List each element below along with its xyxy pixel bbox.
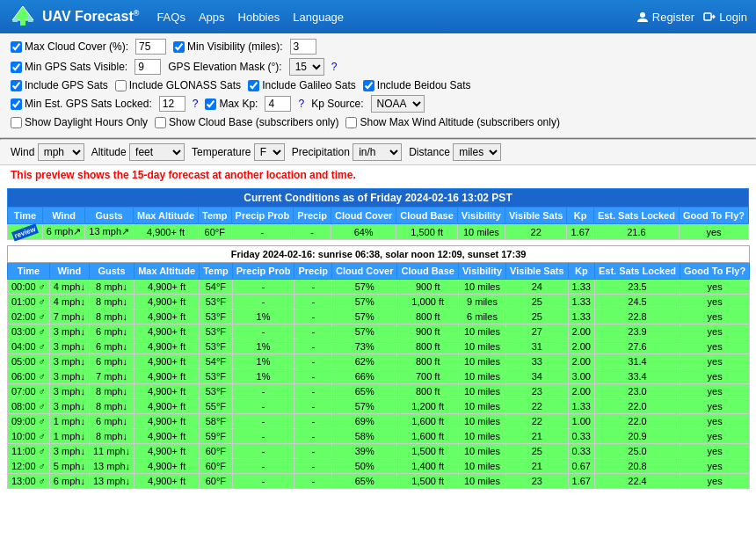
min-est-gps-help[interactable]: ?: [193, 98, 199, 110]
friday-cell-13: yes: [680, 459, 750, 474]
friday-cell-6: -: [294, 295, 332, 310]
include-beidou-label: Include Beidou Sats: [363, 79, 471, 91]
friday-cell-3: 4,900+ ft: [134, 354, 200, 369]
col-time: Time: [8, 208, 43, 224]
friday-cell-10: 31: [506, 339, 569, 354]
distance-unit-label: Distance mileskm: [409, 143, 501, 161]
nav-apps[interactable]: Apps: [199, 11, 225, 24]
friday-cell-4: 53°F: [200, 324, 233, 339]
friday-cell-9: 10 miles: [458, 339, 505, 354]
friday-cell-6: -: [294, 414, 332, 429]
friday-cell-1: 5 mph↓: [49, 459, 89, 474]
friday-cell-2: 6 mph↓: [89, 339, 134, 354]
min-gps-input[interactable]: [134, 59, 161, 75]
friday-cell-13: yes: [680, 414, 750, 429]
kp-source-select[interactable]: NOAA: [371, 95, 425, 113]
register-link[interactable]: Register: [636, 11, 694, 24]
friday-cell-10: 22: [506, 399, 569, 414]
friday-cell-5: 1%: [232, 369, 294, 384]
nav-hobbies[interactable]: Hobbies: [238, 11, 280, 24]
friday-cell-4: 53°F: [200, 369, 233, 384]
altitude-unit-select[interactable]: feetmeters: [129, 143, 185, 161]
nav-faqs[interactable]: FAQs: [156, 11, 185, 24]
temp-unit-select[interactable]: FC: [254, 143, 285, 161]
friday-cell-9: 6 miles: [458, 310, 505, 324]
friday-data-row: 02:00 ♂7 mph↓8 mph↓4,900+ ft53°F1%-57%80…: [8, 310, 750, 324]
friday-data-row: 05:00 ♂3 mph↓6 mph↓4,900+ ft54°F1%-62%80…: [8, 354, 750, 369]
include-gps-checkbox[interactable]: [11, 80, 22, 91]
friday-cell-3: 4,900+ ft: [134, 399, 200, 414]
friday-cell-7: 39%: [332, 444, 397, 459]
svg-rect-5: [704, 13, 711, 20]
friday-cell-2: 6 mph↓: [89, 414, 134, 429]
fri-col-cloud-base: Cloud Base: [397, 263, 459, 280]
friday-cell-5: -: [232, 384, 294, 399]
include-glonass-checkbox[interactable]: [115, 80, 127, 91]
friday-cell-6: -: [294, 459, 332, 474]
friday-cell-13: yes: [680, 429, 750, 444]
gps-elevation-help[interactable]: ?: [331, 61, 338, 73]
show-cloud-base-checkbox[interactable]: [155, 117, 166, 128]
friday-cell-6: -: [294, 444, 332, 459]
include-galileo-checkbox[interactable]: [248, 80, 259, 91]
friday-cell-0: 07:00 ♂: [8, 384, 50, 399]
max-kp-checkbox[interactable]: [205, 98, 216, 110]
current-visible-sats: 22: [505, 224, 567, 240]
friday-rows: 00:00 ♂4 mph↓8 mph↓4,900+ ft54°F--57%900…: [8, 280, 750, 489]
precip-unit-select[interactable]: in/hmm/h: [353, 143, 402, 161]
min-visibility-checkbox[interactable]: [173, 41, 185, 53]
login-link[interactable]: Login: [703, 11, 747, 24]
friday-cell-11: 1.67: [568, 474, 594, 489]
gps-elevation-select[interactable]: 15: [289, 58, 324, 76]
login-icon: [703, 11, 716, 23]
friday-data-row: 11:00 ♂3 mph↓11 mph↓4,900+ ft60°F--39%1,…: [8, 444, 750, 459]
preview-notice: This preview shows the 15-day forecast a…: [0, 165, 756, 185]
max-kp-input[interactable]: [265, 96, 291, 112]
current-conditions-col-headers: Time Wind Gusts Max Altitude Temp Precip…: [8, 208, 749, 224]
friday-cell-9: 10 miles: [458, 369, 505, 384]
current-conditions-data-row: review 6 mph↗ 13 mph↗ 4,900+ ft 60°F - -…: [8, 224, 749, 240]
max-cloud-cover-input[interactable]: [135, 39, 166, 55]
friday-cell-9: 10 miles: [458, 324, 505, 339]
friday-cell-7: 65%: [332, 384, 397, 399]
wind-unit-select[interactable]: mphkm/hm/skts: [38, 143, 84, 161]
friday-cell-11: 1.33: [568, 280, 594, 295]
friday-cell-5: -: [232, 414, 294, 429]
friday-cell-0: 13:00 ♂: [8, 474, 50, 489]
current-cloud-cover: 64%: [331, 224, 396, 240]
fri-col-visibility: Visibility: [458, 263, 505, 280]
include-beidou-checkbox[interactable]: [363, 80, 374, 91]
friday-cell-6: -: [294, 369, 332, 384]
min-est-gps-input[interactable]: [159, 96, 185, 112]
max-kp-help[interactable]: ?: [298, 98, 304, 110]
col-max-altitude: Max Altitude: [134, 208, 199, 224]
friday-cell-9: 10 miles: [458, 354, 505, 369]
distance-unit-select[interactable]: mileskm: [453, 143, 501, 161]
friday-data-row: 06:00 ♂3 mph↓7 mph↓4,900+ ft53°F1%-66%70…: [8, 369, 750, 384]
min-gps-checkbox[interactable]: [11, 62, 22, 73]
friday-cell-7: 57%: [332, 399, 397, 414]
min-est-gps-checkbox[interactable]: [11, 98, 22, 110]
show-max-wind-checkbox[interactable]: [345, 117, 357, 128]
friday-cell-3: 4,900+ ft: [134, 474, 200, 489]
col-temp: Temp: [199, 208, 232, 224]
friday-data-row: 12:00 ♂5 mph↓13 mph↓4,900+ ft60°F--50%1,…: [8, 459, 750, 474]
friday-cell-0: 08:00 ♂: [8, 399, 50, 414]
col-cloud-base: Cloud Base: [396, 208, 458, 224]
min-visibility-input[interactable]: [290, 39, 316, 55]
col-good-to-fly: Good To Fly?: [679, 208, 748, 224]
friday-cell-7: 50%: [332, 459, 397, 474]
friday-cell-1: 4 mph↓: [49, 280, 89, 295]
max-cloud-cover-checkbox[interactable]: [11, 41, 22, 53]
friday-cell-5: 1%: [232, 354, 294, 369]
friday-cell-0: 05:00 ♂: [8, 354, 50, 369]
fri-col-temp: Temp: [200, 263, 233, 280]
show-daylight-checkbox[interactable]: [11, 117, 22, 128]
header: UAV Forecast® FAQs Apps Hobbies Language…: [0, 0, 756, 33]
friday-cell-5: -: [232, 459, 294, 474]
friday-cell-1: 3 mph↓: [49, 444, 89, 459]
friday-data-row: 01:00 ♂4 mph↓8 mph↓4,900+ ft53°F--57%1,0…: [8, 295, 750, 310]
friday-cell-10: 23: [506, 384, 569, 399]
nav-language[interactable]: Language: [293, 11, 344, 24]
friday-cell-3: 4,900+ ft: [134, 459, 200, 474]
